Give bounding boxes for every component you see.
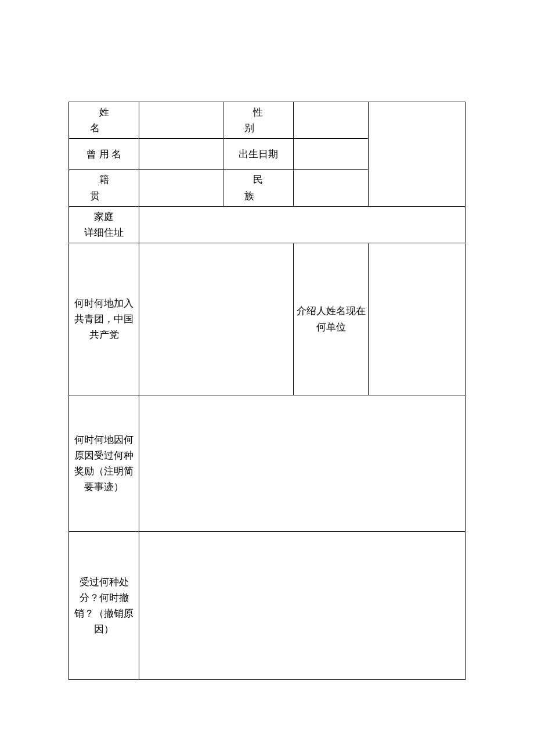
- value-introducer[interactable]: [369, 243, 466, 395]
- personal-info-form: 姓名 性别 曾 用 名 出生日期 籍贯 民族 家庭详细住址 何时何地加入共青团，…: [68, 102, 466, 680]
- label-former-name: 曾 用 名: [69, 139, 139, 170]
- value-address[interactable]: [139, 206, 466, 243]
- label-punishments: 受过何种处分？何时撤销？（撤销原因）: [69, 532, 139, 680]
- value-gender[interactable]: [294, 102, 369, 139]
- value-punishments[interactable]: [139, 532, 466, 680]
- value-native-place[interactable]: [139, 170, 223, 206]
- value-awards[interactable]: [139, 395, 466, 532]
- value-name[interactable]: [139, 102, 223, 139]
- label-name: 姓名: [69, 102, 139, 139]
- label-native-place: 籍贯: [69, 170, 139, 206]
- label-introducer: 介绍人姓名现在何单位: [294, 243, 369, 395]
- photo-area[interactable]: [369, 102, 466, 207]
- value-birth-date[interactable]: [294, 139, 369, 170]
- label-gender: 性别: [223, 102, 293, 139]
- value-ethnicity[interactable]: [294, 170, 369, 206]
- label-birth-date: 出生日期: [223, 139, 293, 170]
- label-party-join: 何时何地加入共青团，中国共产党: [69, 243, 139, 395]
- label-ethnicity: 民族: [223, 170, 293, 206]
- value-party-join[interactable]: [139, 243, 294, 395]
- label-address: 家庭详细住址: [69, 206, 139, 243]
- label-awards: 何时何地因何原因受过何种奖励（注明简要事迹）: [69, 395, 139, 532]
- value-former-name[interactable]: [139, 139, 223, 170]
